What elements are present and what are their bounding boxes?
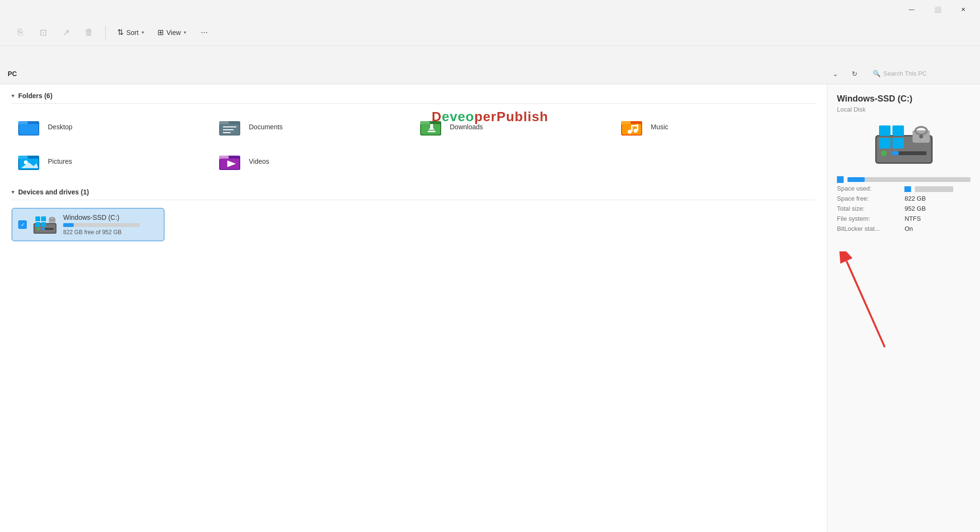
space-bar [847,177,970,182]
panel-drive-subtitle: Local Disk [837,106,970,113]
svg-rect-13 [430,124,433,128]
drive-progress-bar [63,223,140,227]
svg-rect-35 [41,216,46,221]
copy-button[interactable]: ⎘ [10,22,31,43]
title-bar: — ⬜ ✕ [0,0,980,19]
brand-bar: DeveoperPublish [0,46,980,63]
svg-rect-46 [892,125,904,136]
dropdown-icon: ⌄ [833,70,838,78]
folder-grid: Desktop Documents [11,112,815,177]
address-text: PC [8,70,823,78]
minimize-button[interactable]: — [901,2,923,17]
folders-section-header: ▾ Folders (6) [11,92,815,104]
devices-collapse-button[interactable]: ▾ [11,189,14,195]
svg-point-51 [919,135,923,138]
drive-progress-fill [63,223,74,227]
folder-icon-videos [218,151,243,172]
svg-rect-48 [892,138,904,148]
folder-icon-downloads [419,116,444,137]
bitlocker-label: BitLocker stat... [837,225,897,232]
maximize-button[interactable]: ⬜ [926,2,948,17]
folder-icon-documents [218,116,243,137]
folder-item-music[interactable]: Music [614,112,815,142]
toolbar-separator [105,26,106,39]
view-icon: ⊞ [157,28,164,37]
svg-rect-22 [631,125,638,126]
red-arrow [837,251,904,357]
devices-section: ▾ Devices and drives (1) ✓ [11,188,815,241]
toggle-button[interactable]: ⊡ [33,22,54,43]
delete-button[interactable]: 🗑 [78,22,100,43]
space-bar-container [837,176,970,183]
share-icon: ↗ [63,27,70,38]
address-dropdown-button[interactable]: ⌄ [827,66,844,81]
sort-icon: ⇅ [117,28,123,37]
space-free-value: 822 GB [904,195,970,202]
close-button[interactable]: ✕ [952,2,974,17]
folders-section: ▾ Folders (6) Desktop [11,92,815,177]
search-icon: 🔍 [873,70,880,77]
folder-item-documents[interactable]: Documents [212,112,413,142]
arrow-container [837,251,970,359]
space-used-indicator [837,176,844,183]
sort-button[interactable]: ⇅ Sort ▾ [111,25,150,40]
folder-item-desktop[interactable]: Desktop [11,112,212,142]
delete-icon: 🗑 [85,27,93,37]
drive-checkbox[interactable]: ✓ [18,220,27,229]
panel-drive-title: Windows-SSD (C:) [837,94,970,104]
svg-rect-45 [879,125,891,136]
main-layout: ▾ Folders (6) Desktop [0,84,980,532]
space-used-bar-inline [904,185,970,192]
svg-rect-54 [892,151,899,155]
svg-rect-2 [19,124,38,135]
refresh-icon: ↻ [852,70,858,78]
space-bar-fill [847,177,865,182]
svg-rect-34 [35,216,40,221]
file-system-label: File system: [837,215,897,222]
svg-rect-36 [35,222,40,227]
folders-section-title: Folders (6) [18,92,53,100]
more-icon: ··· [200,27,208,37]
toggle-icon: ⊡ [40,27,47,38]
folder-name-downloads: Downloads [450,123,483,131]
folder-name-music: Music [651,123,668,131]
space-free-label: Space free: [837,195,897,202]
svg-point-40 [37,227,40,230]
svg-point-19 [634,129,637,133]
search-box[interactable]: 🔍 Search This PC [867,68,972,79]
folder-item-videos[interactable]: Videos [212,146,413,177]
more-button[interactable]: ··· [194,22,215,43]
drive-item-c[interactable]: ✓ [11,208,165,241]
folder-item-pictures[interactable]: Pictures [11,146,212,177]
drive-name: Windows-SSD (C:) [63,214,158,221]
svg-rect-42 [42,228,45,230]
file-system-value: NTFS [904,215,970,222]
drive-free-text: 822 GB free of 952 GB [63,229,158,236]
view-label: View [167,29,181,36]
folder-name-pictures: Pictures [48,158,72,165]
sort-label: Sort [126,29,139,36]
toolbar: ⎘ ⊡ ↗ 🗑 ⇅ Sort ▾ ⊞ View ▾ ··· [0,19,980,46]
search-placeholder: Search This PC [883,70,927,77]
view-button[interactable]: ⊞ View ▾ [152,25,192,40]
svg-rect-37 [41,222,46,227]
devices-section-title: Devices and drives (1) [18,188,89,196]
folder-name-desktop: Desktop [48,123,72,131]
folder-icon-music [620,116,645,137]
address-bar: PC ⌄ ↻ 🔍 Search This PC [0,63,980,84]
address-refresh-button[interactable]: ↻ [846,66,863,81]
space-used-label: Space used: [837,185,897,192]
folders-collapse-button[interactable]: ▾ [11,92,14,99]
panel-properties: Space used: Space free: 822 GB Total siz… [837,185,970,232]
share-button[interactable]: ↗ [56,22,77,43]
folder-item-downloads[interactable]: Downloads [413,112,614,142]
folder-name-videos: Videos [249,158,269,165]
svg-line-56 [846,261,885,347]
right-panel: Windows-SSD (C:) Local Disk [827,84,980,532]
bitlocker-value: On [904,225,970,232]
folder-icon-pictures [17,151,42,172]
svg-point-52 [881,150,887,156]
panel-drive-icon [837,121,970,169]
sort-chevron-icon: ▾ [142,30,144,35]
content-area: ▾ Folders (6) Desktop [0,84,827,532]
